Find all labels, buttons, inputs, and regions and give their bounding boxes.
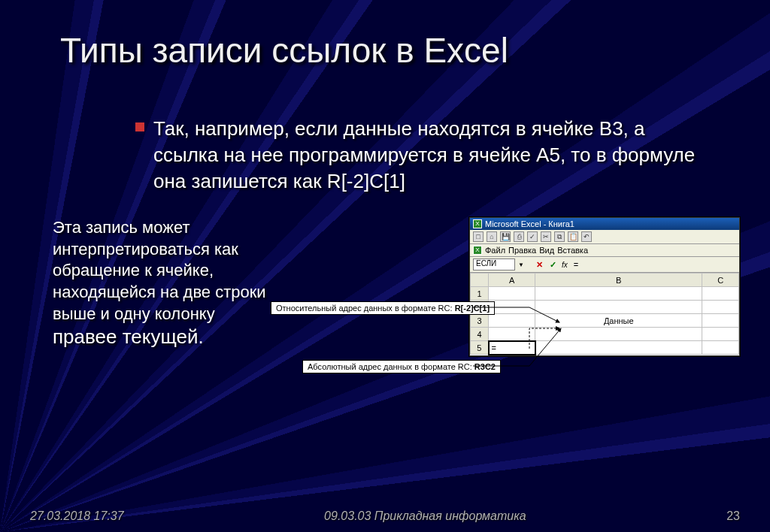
formula-cancel-icon[interactable]: ✕ — [535, 260, 545, 270]
bullet-item: Так, например, если данные находятся в я… — [135, 116, 707, 195]
excel-formula-bar: ЕСЛИ ▼ ✕ ✓ fx = — [470, 257, 739, 273]
cell[interactable] — [535, 341, 702, 355]
col-header-b[interactable]: B — [535, 274, 702, 287]
cell[interactable] — [702, 301, 739, 314]
table-row: 4 — [471, 328, 739, 341]
table-row: 3Данные — [471, 314, 739, 328]
menu-file[interactable]: Файл — [485, 246, 505, 255]
slide-title: Типы записи ссылок в Excel — [60, 30, 725, 71]
excel-title-text: Microsoft Excel - Книга1 — [485, 219, 574, 228]
explanation-note: Эта запись может интерпретироваться как … — [53, 217, 278, 350]
header-row: A B C — [471, 274, 739, 287]
toolbar-print-icon[interactable]: ⎙ — [514, 231, 524, 242]
excel-titlebar: X Microsoft Excel - Книга1 — [470, 218, 739, 230]
cell[interactable] — [702, 314, 739, 328]
bullet-icon — [135, 122, 144, 131]
excel-window: X Microsoft Excel - Книга1 □ ⌂ 💾 ⎙ ✓ ✂ ⧉… — [469, 217, 740, 356]
table-row: 2 — [471, 301, 739, 314]
cell[interactable] — [489, 314, 535, 328]
corner-cell[interactable] — [471, 274, 489, 287]
body-block: Так, например, если данные находятся в я… — [135, 116, 707, 195]
cell[interactable] — [702, 287, 739, 301]
excel-doc-icon: X — [473, 246, 482, 255]
cell[interactable] — [489, 328, 535, 341]
toolbar-new-icon[interactable]: □ — [473, 231, 484, 242]
toolbar-copy-icon[interactable]: ⧉ — [554, 231, 565, 242]
body-text: Так, например, если данные находятся в я… — [153, 116, 707, 195]
formula-ok-icon[interactable]: ✓ — [548, 260, 559, 270]
toolbar-save-icon[interactable]: 💾 — [500, 231, 511, 242]
note-text: Эта запись может интерпретироваться как … — [53, 218, 266, 322]
excel-menubar: X Файл Правка Вид Вставка — [470, 244, 739, 257]
excel-toolbar: □ ⌂ 💾 ⎙ ✓ ✂ ⧉ 📋 ↶ — [470, 230, 739, 244]
slide: Типы записи ссылок в Excel Так, например… — [0, 0, 770, 532]
toolbar-cut-icon[interactable]: ✂ — [541, 231, 551, 242]
toolbar-open-icon[interactable]: ⌂ — [487, 231, 497, 242]
row-header[interactable]: 5 — [471, 341, 489, 355]
menu-edit[interactable]: Правка — [508, 246, 536, 255]
callout-absolute: Абсолютный адрес данных в формате RC: R3… — [302, 360, 501, 373]
callout-relative: Относительный адрес данных в формате RC:… — [271, 301, 495, 315]
excel-app-icon: X — [473, 219, 482, 228]
row-header[interactable]: 3 — [471, 314, 489, 328]
cell[interactable] — [702, 328, 739, 341]
toolbar-spell-icon[interactable]: ✓ — [527, 231, 538, 242]
toolbar-paste-icon[interactable]: 📋 — [568, 231, 578, 242]
dropdown-icon[interactable]: ▼ — [518, 261, 524, 268]
row-header[interactable]: 4 — [471, 328, 489, 341]
callout-relative-value: R[-2]C[1] — [455, 304, 490, 313]
callout-absolute-prefix: Абсолютный адрес данных в формате RC: — [308, 362, 474, 371]
note-emphasis: правее текущей. — [53, 325, 204, 348]
excel-screenshot: X Microsoft Excel - Книга1 □ ⌂ 💾 ⎙ ✓ ✂ ⧉… — [469, 217, 740, 356]
grid-table: A B C 1 2 3Данные 4 5= — [470, 273, 739, 355]
cell[interactable] — [489, 301, 535, 314]
toolbar-undo-icon[interactable]: ↶ — [581, 231, 592, 242]
table-row: 1 — [471, 287, 739, 301]
formula-content: = — [574, 260, 578, 269]
fx-label[interactable]: fx — [562, 261, 568, 269]
col-header-c[interactable]: C — [702, 274, 739, 287]
cell[interactable] — [489, 287, 535, 301]
lower-row: Эта запись может интерпретироваться как … — [45, 217, 725, 356]
cell[interactable] — [535, 287, 702, 301]
cell[interactable] — [702, 341, 739, 355]
col-header-a[interactable]: A — [489, 274, 535, 287]
callout-absolute-value: R3C2 — [474, 362, 496, 371]
name-box[interactable]: ЕСЛИ — [473, 258, 515, 271]
menu-view[interactable]: Вид — [539, 246, 554, 255]
row-header[interactable]: 1 — [471, 287, 489, 301]
menu-insert[interactable]: Вставка — [557, 246, 588, 255]
cell[interactable] — [535, 301, 702, 314]
cell-b3[interactable]: Данные — [535, 314, 702, 328]
cell[interactable] — [535, 328, 702, 341]
excel-grid: A B C 1 2 3Данные 4 5= — [470, 273, 739, 355]
table-row: 5= — [471, 341, 739, 355]
slide-content: Типы записи ссылок в Excel Так, например… — [0, 0, 770, 532]
cell-a5[interactable]: = — [489, 341, 535, 355]
callout-relative-prefix: Относительный адрес данных в формате RC: — [276, 304, 455, 313]
